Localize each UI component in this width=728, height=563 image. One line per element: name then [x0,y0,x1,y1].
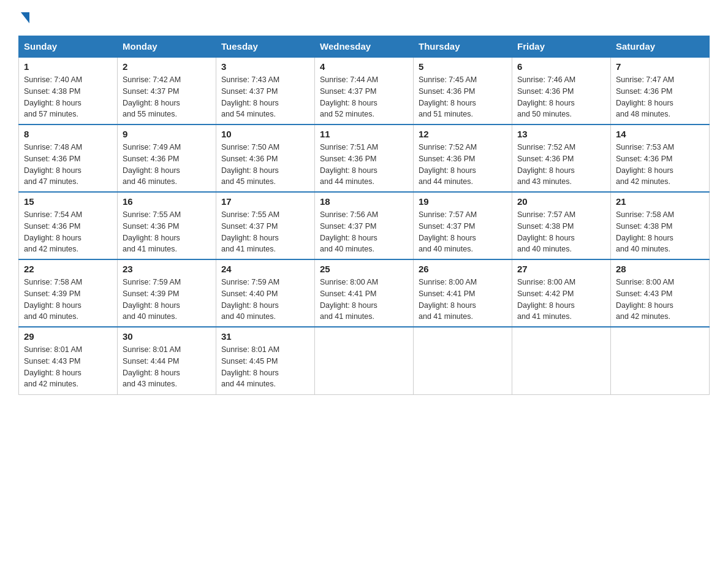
day-number: 21 [616,196,704,207]
calendar-cell: 27 Sunrise: 8:00 AMSunset: 4:42 PMDaylig… [512,259,611,327]
day-number: 10 [221,129,309,139]
calendar-cell: 26 Sunrise: 8:00 AMSunset: 4:41 PMDaylig… [414,259,512,327]
day-number: 25 [320,264,408,274]
calendar-table: SundayMondayTuesdayWednesdayThursdayFrid… [18,36,710,395]
day-number: 17 [221,196,309,207]
day-info: Sunrise: 7:59 AMSunset: 4:40 PMDaylight:… [221,277,309,323]
day-number: 28 [616,264,704,274]
col-header-monday: Monday [118,36,216,58]
day-info: Sunrise: 7:44 AMSunset: 4:37 PMDaylight:… [320,74,408,120]
calendar-cell: 5 Sunrise: 7:45 AMSunset: 4:36 PMDayligh… [414,57,512,124]
calendar-cell: 4 Sunrise: 7:44 AMSunset: 4:37 PMDayligh… [315,57,414,124]
day-number: 14 [616,129,704,139]
day-number: 24 [221,264,309,274]
calendar-cell [512,327,611,394]
calendar-cell [315,327,414,394]
calendar-cell: 16 Sunrise: 7:55 AMSunset: 4:36 PMDaylig… [118,192,216,259]
day-info: Sunrise: 8:00 AMSunset: 4:42 PMDaylight:… [517,277,605,323]
day-info: Sunrise: 7:58 AMSunset: 4:38 PMDaylight:… [616,209,704,255]
day-number: 18 [320,196,408,207]
day-info: Sunrise: 7:52 AMSunset: 4:36 PMDaylight:… [517,142,605,188]
day-info: Sunrise: 7:48 AMSunset: 4:36 PMDaylight:… [24,142,112,188]
calendar-week-3: 15 Sunrise: 7:54 AMSunset: 4:36 PMDaylig… [19,192,710,259]
day-number: 11 [320,129,408,139]
calendar-cell: 22 Sunrise: 7:58 AMSunset: 4:39 PMDaylig… [19,259,118,327]
logo-triangle-icon [21,12,29,23]
day-number: 31 [221,331,309,342]
day-number: 27 [517,264,605,274]
day-info: Sunrise: 8:00 AMSunset: 4:43 PMDaylight:… [616,277,704,323]
calendar-week-5: 29 Sunrise: 8:01 AMSunset: 4:43 PMDaylig… [19,327,710,394]
calendar-cell: 30 Sunrise: 8:01 AMSunset: 4:44 PMDaylig… [118,327,216,394]
day-info: Sunrise: 7:57 AMSunset: 4:37 PMDaylight:… [419,209,507,255]
col-header-friday: Friday [512,36,611,58]
day-number: 12 [419,129,507,139]
day-number: 16 [123,196,211,207]
calendar-cell: 25 Sunrise: 8:00 AMSunset: 4:41 PMDaylig… [315,259,414,327]
calendar-cell: 28 Sunrise: 8:00 AMSunset: 4:43 PMDaylig… [611,259,710,327]
calendar-cell: 24 Sunrise: 7:59 AMSunset: 4:40 PMDaylig… [216,259,315,327]
calendar-cell: 19 Sunrise: 7:57 AMSunset: 4:37 PMDaylig… [414,192,512,259]
calendar-cell: 6 Sunrise: 7:46 AMSunset: 4:36 PMDayligh… [512,57,611,124]
day-number: 7 [616,61,704,72]
day-number: 3 [221,61,309,72]
day-info: Sunrise: 7:55 AMSunset: 4:37 PMDaylight:… [221,209,309,255]
day-info: Sunrise: 7:52 AMSunset: 4:36 PMDaylight:… [419,142,507,188]
day-info: Sunrise: 8:00 AMSunset: 4:41 PMDaylight:… [320,277,408,323]
day-info: Sunrise: 8:01 AMSunset: 4:45 PMDaylight:… [221,344,309,390]
calendar-cell: 17 Sunrise: 7:55 AMSunset: 4:37 PMDaylig… [216,192,315,259]
day-info: Sunrise: 7:40 AMSunset: 4:38 PMDaylight:… [24,74,112,120]
day-number: 26 [419,264,507,274]
calendar-cell: 31 Sunrise: 8:01 AMSunset: 4:45 PMDaylig… [216,327,315,394]
day-number: 30 [123,331,211,342]
day-number: 1 [24,61,112,72]
day-info: Sunrise: 7:43 AMSunset: 4:37 PMDaylight:… [221,74,309,120]
day-number: 9 [123,129,211,139]
day-info: Sunrise: 8:01 AMSunset: 4:44 PMDaylight:… [123,344,211,390]
calendar-cell: 21 Sunrise: 7:58 AMSunset: 4:38 PMDaylig… [611,192,710,259]
day-info: Sunrise: 7:46 AMSunset: 4:36 PMDaylight:… [517,74,605,120]
day-info: Sunrise: 7:47 AMSunset: 4:36 PMDaylight:… [616,74,704,120]
calendar-cell: 3 Sunrise: 7:43 AMSunset: 4:37 PMDayligh… [216,57,315,124]
day-number: 4 [320,61,408,72]
logo [18,12,29,23]
calendar-cell: 23 Sunrise: 7:59 AMSunset: 4:39 PMDaylig… [118,259,216,327]
calendar-cell: 13 Sunrise: 7:52 AMSunset: 4:36 PMDaylig… [512,124,611,192]
day-number: 2 [123,61,211,72]
calendar-cell [611,327,710,394]
calendar-cell: 14 Sunrise: 7:53 AMSunset: 4:36 PMDaylig… [611,124,710,192]
day-info: Sunrise: 7:54 AMSunset: 4:36 PMDaylight:… [24,209,112,255]
calendar-cell [414,327,512,394]
day-number: 29 [24,331,112,342]
day-info: Sunrise: 7:51 AMSunset: 4:36 PMDaylight:… [320,142,408,188]
day-info: Sunrise: 7:55 AMSunset: 4:36 PMDaylight:… [123,209,211,255]
day-info: Sunrise: 8:01 AMSunset: 4:43 PMDaylight:… [24,344,112,390]
day-number: 8 [24,129,112,139]
calendar-week-2: 8 Sunrise: 7:48 AMSunset: 4:36 PMDayligh… [19,124,710,192]
day-number: 5 [419,61,507,72]
day-number: 23 [123,264,211,274]
day-number: 22 [24,264,112,274]
calendar-cell: 20 Sunrise: 7:57 AMSunset: 4:38 PMDaylig… [512,192,611,259]
day-info: Sunrise: 7:53 AMSunset: 4:36 PMDaylight:… [616,142,704,188]
col-header-tuesday: Tuesday [216,36,315,58]
calendar-week-1: 1 Sunrise: 7:40 AMSunset: 4:38 PMDayligh… [19,57,710,124]
calendar-cell: 9 Sunrise: 7:49 AMSunset: 4:36 PMDayligh… [118,124,216,192]
day-number: 19 [419,196,507,207]
logo-blue-text [18,12,29,23]
day-info: Sunrise: 7:45 AMSunset: 4:36 PMDaylight:… [419,74,507,120]
day-info: Sunrise: 7:50 AMSunset: 4:36 PMDaylight:… [221,142,309,188]
day-number: 15 [24,196,112,207]
col-header-wednesday: Wednesday [315,36,414,58]
day-number: 6 [517,61,605,72]
calendar-cell: 18 Sunrise: 7:56 AMSunset: 4:37 PMDaylig… [315,192,414,259]
page-header [18,12,710,23]
day-number: 20 [517,196,605,207]
calendar-cell: 8 Sunrise: 7:48 AMSunset: 4:36 PMDayligh… [19,124,118,192]
day-info: Sunrise: 7:59 AMSunset: 4:39 PMDaylight:… [123,277,211,323]
day-info: Sunrise: 7:58 AMSunset: 4:39 PMDaylight:… [24,277,112,323]
calendar-cell: 11 Sunrise: 7:51 AMSunset: 4:36 PMDaylig… [315,124,414,192]
calendar-cell: 7 Sunrise: 7:47 AMSunset: 4:36 PMDayligh… [611,57,710,124]
day-info: Sunrise: 7:42 AMSunset: 4:37 PMDaylight:… [123,74,211,120]
calendar-cell: 1 Sunrise: 7:40 AMSunset: 4:38 PMDayligh… [19,57,118,124]
